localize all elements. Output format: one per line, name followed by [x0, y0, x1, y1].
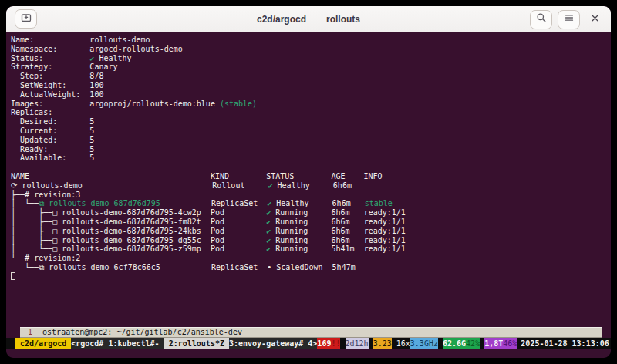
- summary-row: Ready: 5: [11, 145, 611, 154]
- status-segment-uptime: 2d12h: [346, 338, 369, 349]
- search-button[interactable]: [530, 10, 552, 29]
- table-row: │ ├──□ rollouts-demo-687d76d795-dg55c Po…: [11, 236, 611, 245]
- table-header: NAME KIND STATUS AGE INFO: [11, 172, 611, 181]
- table-row: │ ├──□ rollouts-demo-687d76d795-24kbs Po…: [11, 227, 611, 236]
- status-segment-window-list-truncated[interactable]: <rgocd# 1:kubectl#-: [71, 338, 164, 349]
- hamburger-menu-icon: [563, 12, 575, 27]
- pane-number: ─1: [23, 328, 32, 336]
- window-title-secondary: rollouts: [326, 14, 360, 25]
- status-segment-cpu-frequency: 3.3GHz: [410, 338, 438, 349]
- summary-row: Replicas:: [11, 108, 611, 117]
- status-segment-clock: 2025-01-28 13:13:06: [521, 338, 609, 349]
- status-segment-memory-percent: 42%: [466, 338, 480, 349]
- summary-row: SetWeight: 100: [11, 81, 611, 90]
- status-segment-updates-bang: !!: [331, 338, 340, 349]
- status-segment-session-name[interactable]: c2d/argocd: [15, 338, 71, 349]
- menu-button[interactable]: [558, 10, 580, 29]
- summary-row: ActualWeight: 100: [11, 90, 611, 99]
- close-icon: [589, 12, 601, 27]
- summary-row: Images: argoproj/rollouts-demo:blue (sta…: [11, 99, 611, 109]
- table-row: │ ├──□ rollouts-demo-687d76d795-4cw2p Po…: [11, 208, 611, 217]
- table-row: │ └──□ rollouts-demo-687d76d795-z59mp Po…: [11, 244, 611, 254]
- summary-row: Strategy: Canary: [11, 62, 611, 72]
- status-segment-window-active[interactable]: 2:rollouts*Z: [164, 338, 229, 349]
- summary-row: Current: 5: [11, 126, 611, 136]
- status-segment-load-average: 3.23: [373, 338, 392, 349]
- table-row: │ ├──□ rollouts-demo-687d76d795-fm82t Po…: [11, 217, 611, 227]
- pane-bar-spacer: [6, 327, 20, 338]
- search-icon: [535, 12, 548, 27]
- headerbar[interactable]: c2d/argocd rollouts: [6, 6, 611, 32]
- status-segment-updates-count: 169: [317, 338, 331, 349]
- status-segment-disk-size: 1,8T: [484, 338, 503, 349]
- terminal-screen[interactable]: Name: rollouts-demoNamespace: argocd-rol…: [11, 35, 611, 281]
- terminal-cursor: [11, 272, 15, 280]
- status-segment-cpu-count: 16x: [392, 338, 410, 349]
- status-segment-window-3[interactable]: 3:envoy-gateway# 4>: [229, 338, 317, 349]
- pane-title-body: ─1ostraaten@mpc2: ~/git/gitlab/c2/ansibl…: [20, 327, 602, 338]
- byobu-status-bar: c2d/argocd <rgocd# 1:kubectl#- 2:rollout…: [6, 338, 611, 349]
- summary-row: Namespace: argocd-rollouts-demo: [11, 45, 611, 54]
- blank-line: [11, 163, 611, 172]
- summary-row: Step: 8/8: [11, 72, 611, 81]
- table-row: ⟳ rollouts-demo Rollout ✔ Healthy 6h6m: [11, 181, 611, 190]
- table-row: └──# revision:2: [11, 254, 611, 263]
- window-title: c2d/argocd rollouts: [6, 6, 611, 32]
- table-row: │ └──⧉ rollouts-demo-687d76d795 ReplicaS…: [11, 199, 611, 208]
- window-title-primary: c2d/argocd: [257, 14, 306, 25]
- terminal-area[interactable]: Name: rollouts-demoNamespace: argocd-rol…: [6, 32, 611, 358]
- summary-row: Status: ✔ Healthy: [11, 54, 611, 63]
- summary-row: Updated: 5: [11, 136, 611, 145]
- table-row: ├──# revision:3: [11, 190, 611, 200]
- terminal-window: c2d/argocd rollouts: [6, 6, 611, 358]
- table-row: └──⧉ rollouts-demo-6cf78c66c5 ReplicaSet…: [11, 263, 611, 272]
- pane-title-text: ostraaten@mpc2: ~/git/gitlab/c2/ansible-…: [32, 328, 242, 336]
- summary-row: Desired: 5: [11, 117, 611, 126]
- pane-title-bar: ─1ostraaten@mpc2: ~/git/gitlab/c2/ansibl…: [6, 327, 611, 338]
- summary-row: Name: rollouts-demo: [11, 35, 611, 45]
- status-segment-disk-percent: 46%: [503, 338, 517, 349]
- close-button[interactable]: [585, 10, 604, 29]
- summary-row: Available: 5: [11, 153, 611, 163]
- cursor-line: [11, 272, 611, 281]
- status-segment-memory-size: 62.6G: [443, 338, 466, 349]
